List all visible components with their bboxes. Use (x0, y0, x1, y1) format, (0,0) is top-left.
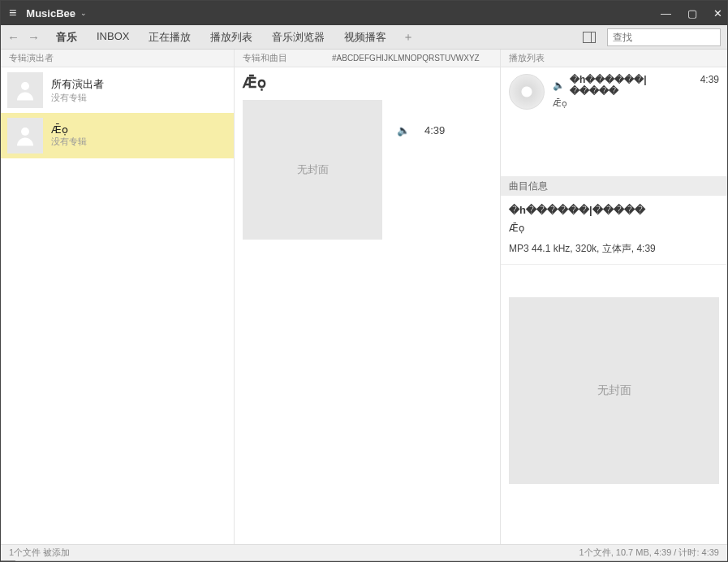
column-headers: 专辑演出者 专辑和曲目 #ABCDEFGHIJKLMNOPQRSTUVWXYZ … (1, 50, 727, 67)
ti-title: �h������|����� (509, 204, 719, 216)
album-panel: Ǣọ 无封面 🔈 4:39 (235, 67, 501, 544)
nav-forward-icon[interactable]: → (28, 30, 40, 44)
tab-inbox[interactable]: INBOX (97, 30, 129, 45)
add-tab-button[interactable]: ＋ (403, 30, 414, 45)
artist-row-all[interactable]: 所有演出者 没有专辑 (1, 67, 234, 113)
artist-name: 所有演出者 (51, 77, 104, 92)
large-cover-placeholder[interactable]: 无封面 (509, 297, 719, 484)
speaker-icon: 🔈 (553, 80, 565, 91)
avatar-icon (7, 72, 43, 108)
panel-layout-icon[interactable] (583, 32, 596, 43)
np-duration: 4:39 (700, 74, 719, 85)
main-body: 所有演出者 没有专辑 Ǣọ 没有专辑 Ǣọ 无封面 🔈 4:39 (1, 67, 727, 544)
ti-meta: MP3 44.1 kHz, 320k, 立体声, 4:39 (509, 242, 719, 256)
toolbar: ← → 音乐 INBOX 正在播放 播放列表 音乐浏览器 视频播客 ＋ 🔍 ▾ (1, 25, 727, 50)
artist-row-selected[interactable]: Ǣọ 没有专辑 (1, 113, 234, 158)
tab-browser[interactable]: 音乐浏览器 (272, 30, 325, 45)
album-cover-placeholder[interactable]: 无封面 (243, 100, 382, 240)
speaker-icon: 🔈 (397, 124, 410, 136)
status-left: 1个文件 被添加 (9, 547, 70, 559)
track-duration: 4:39 (424, 124, 445, 136)
header-artists[interactable]: 专辑演出者 (1, 50, 235, 67)
np-track-title: �h������|����� (570, 74, 692, 97)
tab-video[interactable]: 视频播客 (344, 30, 386, 45)
artist-name: Ǣọ (51, 123, 87, 136)
track-row[interactable]: 🔈 4:39 (397, 124, 445, 136)
track-info-header: 曲目信息 (501, 176, 727, 196)
alpha-jump-bar[interactable]: #ABCDEFGHIJKLMNOPQRSTUVWXYZ (332, 54, 493, 63)
statusbar: 1个文件 被添加 1个文件, 10.7 MB, 4:39 / 计时: 4:39 (1, 544, 727, 560)
nav-back-icon[interactable]: ← (7, 30, 19, 44)
hamburger-icon[interactable]: ≡ (9, 6, 16, 20)
right-panel: 🔈 �h������|����� Ǣọ 4:39 曲目信息 �h������|�… (501, 67, 727, 544)
minimize-button[interactable]: ― (661, 7, 671, 19)
svg-point-0 (21, 82, 29, 90)
title-dropdown-icon[interactable]: ⌄ (80, 9, 87, 17)
album-artist-title: Ǣọ (235, 74, 500, 92)
close-button[interactable]: ✕ (713, 7, 722, 19)
track-info-block: �h������|����� Ǣọ MP3 44.1 kHz, 320k, 立体… (501, 196, 727, 265)
search-input[interactable] (613, 32, 728, 43)
tab-music[interactable]: 音乐 (56, 30, 77, 45)
avatar-icon (7, 118, 43, 153)
np-artist: Ǣọ (553, 98, 692, 109)
search-box[interactable]: 🔍 ▾ (607, 28, 721, 46)
ti-artist: Ǣọ (509, 223, 719, 234)
disc-icon (509, 74, 545, 110)
main-tabs: 音乐 INBOX 正在播放 播放列表 音乐浏览器 视频播客 (56, 30, 386, 45)
header-albums-label[interactable]: 专辑和曲目 (243, 52, 287, 64)
app-name: MusicBee (26, 7, 75, 19)
header-albums: 专辑和曲目 #ABCDEFGHIJKLMNOPQRSTUVWXYZ (235, 50, 501, 67)
status-right: 1个文件, 10.7 MB, 4:39 / 计时: 4:39 (579, 547, 719, 559)
now-playing-row[interactable]: 🔈 �h������|����� Ǣọ 4:39 (501, 67, 727, 116)
artist-sub: 没有专辑 (51, 92, 104, 104)
svg-point-1 (21, 128, 29, 136)
header-playlist[interactable]: 播放列表 (501, 50, 727, 67)
tab-nowplaying[interactable]: 正在播放 (149, 30, 191, 45)
maximize-button[interactable]: ▢ (687, 7, 697, 19)
titlebar: ≡ MusicBee ⌄ ― ▢ ✕ (1, 1, 727, 25)
artist-sub: 没有专辑 (51, 136, 87, 148)
artist-panel: 所有演出者 没有专辑 Ǣọ 没有专辑 (1, 67, 235, 544)
tab-playlist[interactable]: 播放列表 (210, 30, 252, 45)
